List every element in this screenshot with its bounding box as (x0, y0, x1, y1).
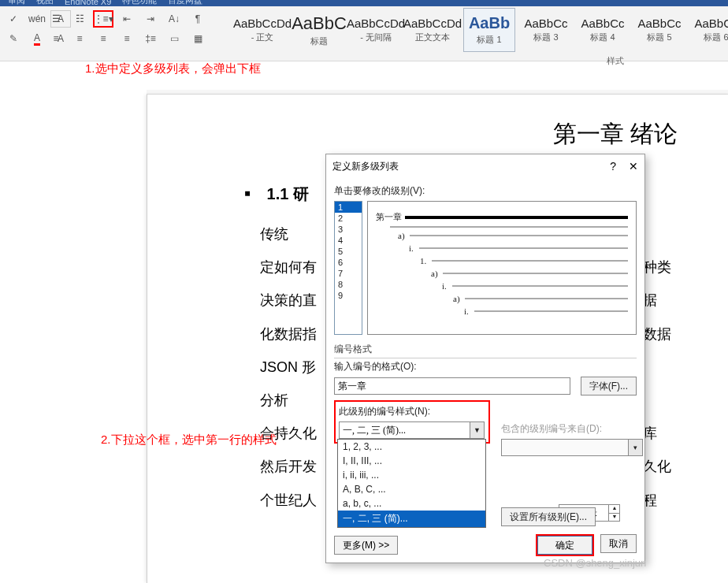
include-level-label: 包含的级别编号来自(D): (501, 422, 643, 436)
borders-button[interactable]: ▦ (188, 30, 208, 47)
close-button[interactable]: ✕ (629, 160, 638, 173)
increase-indent-button[interactable]: ⇥ (140, 10, 161, 28)
align-right-button[interactable]: ≡ (93, 30, 113, 47)
line-spacing-button[interactable]: ‡≡ (140, 30, 161, 47)
set-all-levels-button[interactable]: 设置所有级别(E)... (501, 507, 596, 526)
level-8[interactable]: 8 (335, 279, 362, 290)
number-style-value[interactable] (339, 421, 485, 439)
level-7[interactable]: 7 (335, 268, 362, 279)
annotation-2: 2.下拉这个框，选中第一行的样式 (101, 433, 277, 447)
format-section-label: 编号格式 (334, 343, 637, 358)
annotation-1: 1.选中定义多级列表，会弹出下框 (85, 61, 261, 76)
ok-button[interactable]: 确定 (537, 536, 592, 555)
spin-up-icon[interactable]: ▲ (609, 505, 619, 514)
style-option-chinese-simple[interactable]: 一, 二, 三 (简)... (338, 511, 485, 527)
level-3[interactable]: 3 (335, 224, 362, 235)
phonetic-guide-button[interactable]: ✓ (3, 10, 24, 28)
number-style-combo[interactable]: ▼ 1, 2, 3, ... I, II, III, ... i, ii, ii… (339, 421, 485, 439)
align-left-button[interactable]: ≡ (46, 30, 66, 47)
show-marks-button[interactable]: ¶ (188, 10, 208, 28)
tab-endnote[interactable]: EndNote X9 (65, 0, 111, 6)
tab-features[interactable]: 特色功能 (122, 0, 157, 6)
spin-down-icon[interactable]: ▼ (609, 514, 619, 522)
level-1[interactable]: 1 (335, 202, 362, 213)
shading-button[interactable]: ▭ (164, 30, 184, 47)
style-heading6[interactable]: AaBbCc标题 6 (690, 8, 728, 52)
number-style-label: 此级别的编号样式(N): (339, 405, 485, 418)
doc-heading-1[interactable]: 第一章 绪论 (236, 118, 678, 150)
multilevel-list-button[interactable]: ⋮≡▾ (93, 10, 113, 28)
font-button[interactable]: 字体(F)... (581, 377, 637, 395)
watermark: CSDN @sheng_xinjun (544, 557, 646, 569)
font-color-button[interactable]: A (27, 30, 47, 47)
define-multilevel-list-dialog: 定义新多级列表 ? ✕ 单击要修改的级别(V): 1 2 3 4 5 6 7 8… (325, 154, 645, 563)
style-bodytext[interactable]: AaBbCcDd正文文本 (407, 8, 459, 52)
style-option-upper-alpha[interactable]: A, B, C, ... (338, 482, 485, 496)
chevron-down-icon: ▾ (628, 440, 642, 455)
tab-view[interactable]: 视图 (36, 0, 54, 6)
highlight-button[interactable]: ✎ (3, 30, 24, 47)
style-normal[interactable]: AaBbCcDd- 正文 (236, 8, 288, 52)
sort-button[interactable]: A↓ (164, 10, 184, 28)
include-level-combo (501, 439, 643, 456)
dialog-titlebar[interactable]: 定义新多级列表 ? ✕ (326, 154, 644, 178)
style-option-123[interactable]: 1, 2, 3, ... (338, 440, 485, 454)
tab-baidu[interactable]: 百度网盘 (168, 0, 202, 6)
style-heading4[interactable]: AaBbCc标题 4 (577, 8, 629, 52)
ribbon: ✓ wén A ✎ A A ☰ ☷ ⋮≡▾ ⇤ ⇥ A↓ ¶ ≡ ≡ ≡ ≡ ‡… (0, 6, 728, 61)
style-gallery[interactable]: AaBbCcDd- 正文 AaBbC标题 AaBbCcDd- 无间隔 AaBbC… (236, 8, 728, 52)
style-heading1[interactable]: AaBb标题 1 (463, 8, 515, 52)
level-5[interactable]: 5 (335, 246, 362, 257)
style-option-lower-roman[interactable]: i, ii, iii, ... (338, 468, 485, 482)
level-9[interactable]: 9 (335, 290, 362, 301)
style-heading5[interactable]: AaBbCc标题 5 (633, 8, 685, 52)
style-heading3[interactable]: AaBbCc标题 3 (520, 8, 572, 52)
style-nospacing[interactable]: AaBbCcDd- 无间隔 (350, 8, 402, 52)
chevron-down-icon[interactable]: ▼ (470, 422, 484, 438)
level-2[interactable]: 2 (335, 213, 362, 224)
align-justify-button[interactable]: ≡ (117, 30, 137, 47)
level-listbox[interactable]: 1 2 3 4 5 6 7 8 9 (334, 201, 362, 335)
level-6[interactable]: 6 (335, 257, 362, 268)
dialog-title: 定义新多级列表 (332, 160, 399, 173)
style-option-upper-roman[interactable]: I, II, III, ... (338, 454, 485, 468)
style-title[interactable]: AaBbC标题 (293, 8, 345, 52)
cancel-button[interactable]: 取消 (600, 534, 637, 553)
decrease-indent-button[interactable]: ⇤ (117, 10, 137, 28)
more-button[interactable]: 更多(M) >> (334, 536, 398, 555)
align-center-button[interactable]: ≡ (69, 30, 90, 47)
tab-review[interactable]: 审阅 (8, 0, 25, 6)
number-style-dropdown[interactable]: 1, 2, 3, ... I, II, III, ... i, ii, iii,… (337, 439, 486, 528)
format-input-label: 输入编号的格式(O): (334, 360, 637, 373)
character-border-button[interactable]: wén (27, 10, 47, 28)
style-group-label: 样式 (607, 55, 624, 67)
app-titlebar: 审阅 视图 EndNote X9 特色功能 百度网盘 (0, 0, 728, 6)
number-format-input[interactable] (334, 377, 570, 395)
numbering-button[interactable]: ☷ (69, 10, 90, 28)
style-option-lower-alpha[interactable]: a, b, c, ... (338, 496, 485, 511)
level-label: 单击要修改的级别(V): (334, 184, 637, 198)
level-preview: 第一章 a) i. 1. a) i. a) i. (367, 201, 637, 335)
level-4[interactable]: 4 (335, 235, 362, 246)
bullets-button[interactable]: ☰ (46, 10, 66, 28)
help-button[interactable]: ? (610, 160, 616, 173)
